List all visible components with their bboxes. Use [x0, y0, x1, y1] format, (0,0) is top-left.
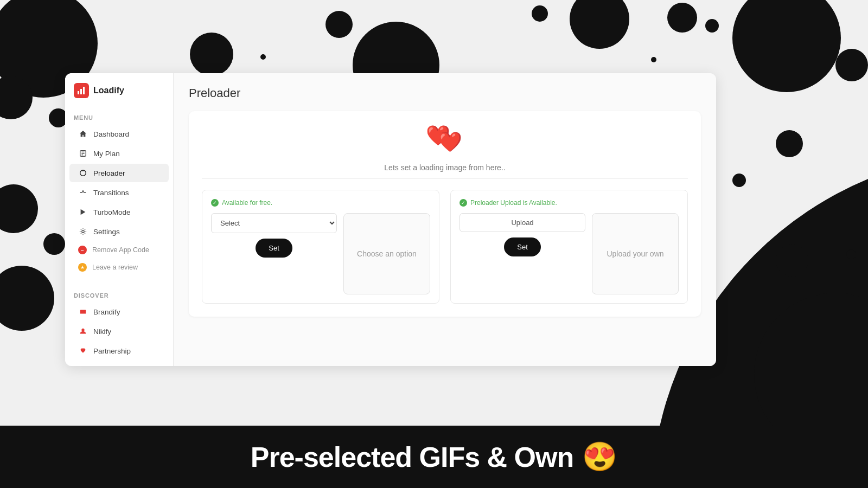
- left-panel: ✓ Available for free. Select Hearts Spin…: [202, 190, 439, 304]
- dot: [260, 54, 266, 60]
- dot: [190, 33, 233, 76]
- sidebar-item-settings[interactable]: Settings: [69, 222, 169, 241]
- sidebar-item-about[interactable]: About: [69, 361, 169, 366]
- bottom-emoji: 😍: [582, 440, 617, 473]
- sidebar-item-dashboard[interactable]: Dashboard: [69, 125, 169, 143]
- sidebar-item-turbomode[interactable]: TurboMode: [69, 203, 169, 221]
- sidebar: Loadify MENU Dashboard My Plan: [65, 73, 174, 366]
- menu-label: MENU: [65, 107, 173, 124]
- plan-icon: [78, 149, 88, 158]
- dot: [776, 130, 803, 157]
- myplan-label: My Plan: [93, 150, 120, 158]
- dot: [667, 3, 697, 33]
- preloader-subtitle: Lets set a loading image from here..: [202, 163, 688, 179]
- nikify-label: Nikify: [93, 328, 111, 336]
- dot: [835, 49, 868, 81]
- sidebar-item-brandify[interactable]: Brandify: [69, 303, 169, 321]
- svg-rect-1: [80, 89, 82, 94]
- nikify-icon: [78, 326, 88, 336]
- check-icon: ✓: [211, 199, 219, 207]
- main-content: Preloader ❤️ ❤️ Lets set a loading image…: [174, 73, 716, 366]
- bottom-text: Pre-selected GIFs & Own: [251, 441, 573, 473]
- right-panel-inner: Upload Set Upload your own: [459, 213, 679, 294]
- preloader-header: ❤️ ❤️ Lets set a loading image from here…: [202, 124, 688, 179]
- upload-wrapper: Upload Set: [459, 213, 585, 256]
- heart-right: ❤️: [438, 131, 462, 153]
- svg-rect-0: [78, 91, 79, 94]
- about-icon: [78, 365, 88, 366]
- turbo-icon: [78, 207, 88, 217]
- upload-button[interactable]: Upload: [459, 213, 585, 232]
- svg-point-8: [82, 170, 84, 171]
- preloader-label: Preloader: [93, 169, 125, 177]
- sidebar-item-preloader[interactable]: Preloader: [69, 164, 169, 182]
- discover-label: Discover: [65, 285, 173, 302]
- remove-label: Remove App Code: [92, 246, 149, 254]
- hearts-icon: ❤️ ❤️: [426, 124, 464, 157]
- sidebar-item-remove-code[interactable]: − Remove App Code: [69, 242, 169, 258]
- dashboard-label: Dashboard: [93, 130, 129, 138]
- dot: [732, 174, 746, 187]
- review-icon: ★: [78, 263, 87, 272]
- brandify-label: Brandify: [93, 308, 120, 316]
- sidebar-item-nikify[interactable]: Nikify: [69, 322, 169, 341]
- dot: [326, 11, 353, 38]
- partnership-label: Partnership: [93, 347, 131, 355]
- brandify-icon: [78, 307, 88, 317]
- app-logo: Loadify: [65, 73, 173, 107]
- sidebar-item-myplan[interactable]: My Plan: [69, 144, 169, 163]
- settings-label: Settings: [93, 228, 120, 236]
- right-set-button[interactable]: Set: [504, 237, 541, 256]
- svg-marker-9: [81, 209, 86, 215]
- partnership-icon: [78, 346, 88, 356]
- app-name: Loadify: [93, 86, 124, 95]
- dot: [776, 244, 808, 277]
- select-wrapper: Select Hearts Spinner Bouncing Dots Load…: [211, 213, 337, 258]
- svg-point-10: [82, 230, 84, 233]
- bottom-bar: Pre-selected GIFs & Own 😍: [0, 426, 868, 488]
- logo-svg: [76, 86, 86, 95]
- gif-select[interactable]: Select Hearts Spinner Bouncing Dots Load…: [211, 213, 337, 233]
- logo-icon: [74, 83, 89, 98]
- transitions-label: Transitions: [93, 189, 129, 197]
- remove-icon: −: [78, 246, 87, 254]
- check-icon-right: ✓: [459, 199, 467, 207]
- app-window: Loadify MENU Dashboard My Plan: [65, 73, 716, 366]
- left-preview-box: Choose an option: [343, 213, 430, 294]
- settings-icon: [78, 227, 88, 236]
- svg-rect-2: [83, 87, 85, 94]
- home-icon: [78, 129, 88, 139]
- svg-rect-11: [80, 310, 86, 314]
- right-panel-badge: ✓ Preloader Upload is Available.: [459, 199, 557, 207]
- content-card: ❤️ ❤️ Lets set a loading image from here…: [189, 111, 701, 317]
- dot: [705, 19, 719, 33]
- sidebar-item-leave-review[interactable]: ★ Leave a review: [69, 259, 169, 275]
- sidebar-item-transitions[interactable]: Transitions: [69, 183, 169, 202]
- preloader-icon: [78, 168, 88, 178]
- page-title: Preloader: [189, 86, 701, 100]
- dot: [0, 266, 54, 331]
- right-preview-box: Upload your own: [592, 213, 679, 294]
- dot: [846, 249, 856, 259]
- left-panel-inner: Select Hearts Spinner Bouncing Dots Load…: [211, 213, 430, 294]
- left-set-button[interactable]: Set: [256, 239, 292, 258]
- dot: [732, 0, 841, 92]
- review-label: Leave a review: [92, 264, 138, 271]
- turbomode-label: TurboMode: [93, 208, 131, 216]
- left-panel-badge: ✓ Available for free.: [211, 199, 272, 207]
- right-panel: ✓ Preloader Upload is Available. Upload …: [450, 190, 688, 304]
- dot: [43, 233, 65, 255]
- dot: [532, 5, 548, 22]
- dot: [570, 0, 629, 49]
- sidebar-item-partnership[interactable]: Partnership: [69, 342, 169, 360]
- dot: [651, 57, 656, 62]
- dot: [0, 184, 38, 233]
- panels-row: ✓ Available for free. Select Hearts Spin…: [202, 190, 688, 304]
- transitions-icon: [78, 188, 88, 197]
